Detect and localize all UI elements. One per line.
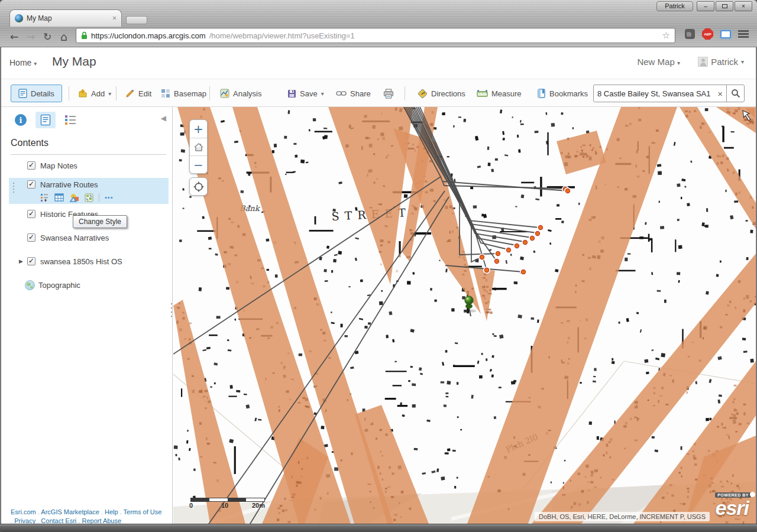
find-my-location-button[interactable]	[189, 177, 208, 196]
search-clear-icon[interactable]: ×	[714, 89, 726, 99]
layer-row-map-notes[interactable]: ✓ Map Notes	[1, 159, 172, 172]
site-header: Home ▾ My Map New Map ▾ Patrick ▾	[1, 47, 756, 79]
tab-legend[interactable]	[60, 112, 80, 128]
chevron-down-icon: ▾	[677, 60, 680, 66]
layer-row-swansea-narratives[interactable]: ✓ Swansea Narratives	[1, 231, 172, 244]
window-controls: – ×	[697, 1, 752, 11]
forward-button[interactable]: →	[22, 31, 39, 43]
checkbox[interactable]: ✓	[27, 180, 35, 189]
show-legend-icon[interactable]	[40, 193, 49, 202]
panel-collapse-icon[interactable]: ◀	[161, 114, 166, 122]
footer-link[interactable]: Report Abuse	[82, 517, 121, 524]
historic-map: STREETBankPlxh 2l0	[173, 107, 756, 524]
chevron-down-icon: ▾	[34, 60, 37, 67]
layer-row-swansea-1850s[interactable]: ▶ ✓ swansea 1850s Hist OS	[1, 255, 172, 268]
adblock-extension-icon[interactable]: ABP	[702, 28, 713, 40]
browser-window: My Map × Patrick – × ← → ↻ ⌂ https://ucl…	[0, 0, 757, 532]
details-icon	[18, 89, 27, 98]
checkbox[interactable]: ✓	[27, 161, 35, 170]
directions-button[interactable]: Directions	[414, 85, 469, 102]
maximize-icon	[722, 4, 727, 8]
tab-about[interactable]: i	[11, 112, 31, 128]
toolbar-separator	[209, 86, 210, 100]
browser-menu-icon[interactable]	[738, 30, 749, 38]
contents-icon	[40, 114, 51, 126]
layer-actions: •••	[40, 192, 114, 203]
save-button[interactable]: Save ▾	[284, 85, 328, 102]
bookmarks-book-icon	[537, 89, 546, 98]
share-link-icon	[336, 90, 347, 97]
home-extent-icon	[193, 142, 204, 152]
chevron-down-icon: ▾	[108, 90, 111, 97]
footer-link[interactable]: Esri.com	[11, 508, 41, 515]
tab-contents[interactable]	[35, 112, 56, 128]
map-toolbar: Details Add ▾ Edit Basemap Analysis	[1, 79, 756, 107]
screenshot-extension-icon[interactable]	[720, 30, 731, 38]
close-button[interactable]: ×	[735, 1, 752, 11]
home-menu[interactable]: Home ▾	[9, 58, 37, 67]
basemap-row-topographic[interactable]: Topographic	[1, 278, 172, 291]
url-bar[interactable]: https://uclondon.maps.arcgis.com/home/we…	[76, 28, 675, 43]
toolbar-separator	[69, 86, 69, 100]
footer-link[interactable]: ArcGIS Marketplace	[41, 508, 105, 515]
perform-analysis-icon[interactable]	[85, 193, 93, 202]
checkbox[interactable]: ✓	[27, 257, 35, 265]
toolbar-separator	[116, 86, 117, 100]
measure-button[interactable]: Measure	[473, 85, 525, 102]
maximize-button[interactable]	[716, 1, 733, 11]
extension-icons: ABP	[685, 28, 749, 40]
share-button[interactable]: Share	[332, 85, 374, 102]
panel-resize-handle[interactable]	[170, 303, 173, 323]
tab-close-icon[interactable]: ×	[112, 14, 117, 22]
locate-icon	[193, 181, 205, 193]
evernote-extension-icon[interactable]	[685, 29, 695, 39]
footer-link[interactable]: Privacy	[14, 517, 41, 524]
analysis-button[interactable]: Analysis	[216, 85, 265, 102]
drag-handle-icon[interactable]	[13, 183, 15, 193]
add-button[interactable]: Add ▾	[75, 85, 115, 102]
new-map-menu[interactable]: New Map ▾	[637, 57, 680, 67]
search-button[interactable]	[726, 85, 744, 102]
tab-title: My Map	[27, 14, 109, 22]
page-title: My Map	[52, 54, 96, 69]
basemap-icon	[161, 89, 170, 98]
padlock-icon	[81, 31, 88, 40]
user-menu[interactable]: Patrick ▾	[698, 57, 744, 67]
minimize-button[interactable]: –	[697, 1, 714, 11]
print-button[interactable]	[380, 85, 397, 102]
chevron-down-icon: ▾	[321, 90, 324, 97]
details-button[interactable]: Details	[11, 85, 62, 102]
divider	[99, 193, 99, 202]
reload-button[interactable]: ↻	[39, 31, 56, 43]
divider	[11, 154, 166, 155]
back-button[interactable]: ←	[6, 31, 22, 43]
map-canvas[interactable]: STREETBankPlxh 2l0 + − 0 10 20m DoBH,	[173, 107, 756, 524]
edit-cursor-icon	[740, 108, 755, 122]
globe-icon	[25, 280, 35, 290]
legend-icon	[64, 115, 76, 125]
basemap-button[interactable]: Basemap	[157, 85, 210, 102]
show-table-icon[interactable]	[54, 193, 64, 202]
browser-profile-button[interactable]: Patrick	[656, 1, 693, 11]
search-input[interactable]	[594, 89, 714, 98]
footer-link[interactable]: Help	[105, 508, 124, 515]
browser-chrome: My Map × Patrick – × ← → ↻ ⌂ https://ucl…	[0, 0, 757, 47]
bookmarks-button[interactable]: Bookmarks	[533, 85, 591, 102]
home-button[interactable]: ⌂	[56, 30, 72, 43]
url-path: /home/webmap/viewer.html?useExisting=1	[209, 31, 659, 40]
checkbox[interactable]: ✓	[27, 210, 35, 218]
change-style-icon[interactable]	[69, 193, 79, 202]
edit-button[interactable]: Edit	[122, 85, 155, 102]
checkbox[interactable]: ✓	[27, 233, 35, 242]
footer-link[interactable]: Contact Esri	[41, 517, 82, 524]
more-options-icon[interactable]: •••	[105, 194, 114, 201]
new-tab-button[interactable]	[126, 16, 147, 24]
bookmark-star-icon[interactable]: ☆	[662, 30, 670, 41]
default-extent-button[interactable]	[190, 138, 207, 155]
expand-arrow-icon[interactable]: ▶	[19, 258, 23, 264]
scale-bar: 0 10 20m	[190, 498, 265, 510]
browser-tab[interactable]: My Map ×	[9, 9, 122, 27]
zoom-in-button[interactable]: +	[190, 120, 207, 138]
zoom-out-button[interactable]: −	[190, 155, 207, 173]
layer-row-narrative-routes[interactable]: ✓ Narrative Routes •••	[9, 178, 169, 204]
